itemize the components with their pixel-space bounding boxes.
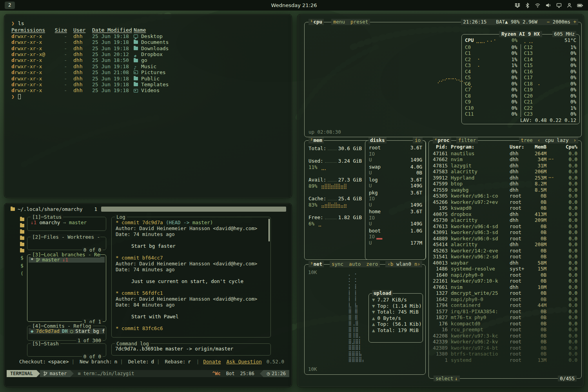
process-row[interactable]: 47661 nvim dhh 10M 0.0 — [433, 284, 577, 290]
btop-window[interactable]: ¹cpu menu preset 21:26:15 BAT▲ 98% 2.96W… — [297, 14, 584, 387]
log-commit-entry[interactable]: * commit bf64cc7 Author: David Heinemeie… — [116, 255, 267, 284]
process-row[interactable]: 47583 alacritty dhh 206M 0.0 — [433, 169, 577, 175]
commit-row[interactable]: ◆ 7dc9d7ad DH ○ Start bg fa — [29, 328, 105, 334]
log-scrollbar[interactable] — [269, 219, 270, 241]
process-row[interactable]: 47662 nvim dhh 34M ⠒⠂ 0.0 — [433, 156, 577, 163]
sync-toggle[interactable]: sync — [332, 261, 343, 267]
branch-segment[interactable]: master — [40, 370, 70, 377]
commits-panel[interactable]: [4]─Commits - Reflog ◆ 7dc9d7ad DH ○ Sta… — [27, 326, 106, 341]
next-interface-button[interactable]: n› — [414, 261, 420, 267]
cpu-box[interactable]: ¹cpu menu preset 21:26:15 BAT▲ 98% 2.96W… — [304, 22, 582, 137]
process-row[interactable]: 39912 Hyprland dhh 253M ⠒⠂ 0.0 — [433, 175, 577, 181]
cpu-box-title[interactable]: ¹cpu — [309, 19, 324, 25]
log-commit-entry[interactable]: * commit 56fdfc1 Author: David Heinemeie… — [116, 290, 267, 319]
buffer-number[interactable]: 1 — [94, 206, 98, 212]
refresh-minus-button[interactable]: − — [547, 19, 550, 25]
preset-button[interactable]: preset — [350, 19, 368, 25]
process-row[interactable]: 1 systemd root 13M 0.0 — [433, 357, 577, 363]
buffer-segment[interactable]: ≡ term:…/bin/lazygit — [74, 370, 138, 377]
clock[interactable]: Wednesday 21:26 — [271, 2, 317, 8]
dropbox-icon[interactable] — [515, 3, 520, 8]
process-row[interactable]: 1794 containerd root 44M 0.0 — [433, 302, 577, 309]
workspace-indicator[interactable]: 2 — [5, 2, 15, 9]
process-row[interactable]: 45305 kworker/u96:1-co root 0B 0.0 — [433, 193, 577, 199]
process-row[interactable]: 22161 kworker/u97:10-k root 0B 0.0 — [433, 278, 577, 284]
proc-box[interactable]: ⁴proc filter tree ‹ cpu lazy › Pid: Prog… — [428, 140, 582, 379]
process-row[interactable]: 1577 irq/81-PIXA3854: root 0B 0.0 — [433, 309, 577, 315]
process-row[interactable]: 45266 kworker/u97:2+ev root 0B 0.0 — [433, 199, 577, 205]
select-hint[interactable]: select↓ — [434, 376, 460, 382]
process-row[interactable]: 40013 waybar dhh 58M 0.0 — [433, 260, 577, 266]
process-row[interactable]: 1486 systemd-resolve syst+ 15M 0.0 — [433, 266, 577, 272]
status-panel[interactable]: [1]─Status ↓1 omarchy → master — [27, 217, 106, 231]
terminal-window[interactable]: ❯ls Permissions Size User Date Modified … — [4, 14, 292, 198]
proc-box-title[interactable]: ⁴proc — [433, 137, 451, 143]
process-row[interactable]: 1327 dmcrypt_write/25 root 0B 0.0 — [433, 290, 577, 296]
log-panel[interactable]: Log * commit 7dc9d7a (HEAD -> master) Au… — [111, 217, 271, 338]
process-row[interactable]: 1640 napi/phy0-0 root 0B 0.0 — [433, 272, 577, 278]
log-commit-entry[interactable]: * commit 7dc9d7a (HEAD -> master) Author… — [116, 220, 267, 249]
terminal-cursor — [18, 94, 21, 99]
process-row[interactable]: 47613 kworker/u96:4-sd root 0B 0.0 — [433, 223, 577, 230]
process-row[interactable]: 1827 mt76-tx phy0 root 0B 0.0 — [433, 314, 577, 321]
process-row[interactable]: 45730 alacritty dhh 209M 0.0 — [433, 217, 577, 223]
prev-interface-button[interactable]: ‹b — [387, 261, 393, 267]
display-icon[interactable] — [556, 3, 562, 8]
process-row[interactable]: 47815 lazygit dhh 31M 0.0 — [433, 163, 577, 169]
process-row[interactable]: 44889 kworker/u96:0-sd root 0B 0.0 — [433, 236, 577, 242]
process-row[interactable]: 45263 kworker/14:2-eve root 0B 0.0 — [433, 248, 577, 254]
zero-toggle[interactable]: zero — [366, 261, 378, 267]
filetree-sidebar[interactable]: $ $ ( — [18, 218, 26, 276]
folder-icon[interactable] — [20, 224, 24, 227]
process-row[interactable]: 47599 btop dhh 8.2M 0.0 — [433, 181, 577, 187]
folder-icon[interactable] — [20, 218, 24, 221]
folder-icon[interactable] — [20, 230, 24, 234]
folder-icon[interactable] — [20, 243, 24, 246]
donate-link[interactable]: Donate — [196, 359, 221, 365]
process-row[interactable]: 47161 nautilus dhh 264M 0.0 — [433, 151, 577, 157]
mem-box[interactable]: ²mem Total:30.6 GiB Used:3.24 GiB 11%⣀⡀ … — [304, 140, 426, 260]
menu-button[interactable]: menu — [333, 19, 345, 25]
folder-icon[interactable] — [20, 249, 24, 252]
volume-icon[interactable] — [546, 3, 551, 8]
branch-row[interactable]: * master ↓1 — [29, 257, 105, 263]
auto-toggle[interactable]: auto — [349, 261, 361, 267]
folder-icon[interactable] — [20, 236, 24, 240]
account-icon[interactable] — [567, 3, 572, 8]
filter-button[interactable]: filter — [458, 137, 476, 143]
process-row[interactable]: 176 kcompactd0 root 0B 0.0 — [433, 321, 577, 327]
bluetooth-icon[interactable] — [525, 3, 530, 8]
disks-box[interactable]: disks io root3.6T IO U149G swap4.0G U0B — [365, 140, 426, 260]
process-row[interactable]: 47559 swaybg dhh 8.5M 0.0 — [433, 187, 577, 193]
wifi-icon[interactable] — [535, 3, 541, 8]
process-row[interactable]: 42208 kworker/u97:3-kc root 0B 0.0 — [433, 333, 577, 339]
process-row[interactable]: 1642 napi/phy0-0 root 0B 0.0 — [433, 296, 577, 303]
command-log-panel[interactable]: Command log 7dc9d7a..b3691be master -> o… — [111, 343, 271, 356]
process-row[interactable]: 16 rcu_preempt root 0B 0.0 — [433, 327, 577, 333]
process-row[interactable]: 45414 alacritty dhh 208M 0.0 — [433, 241, 577, 248]
stash-panel[interactable]: [5]─Stash 0 of 0 — [27, 343, 106, 357]
files-panel[interactable]: [2]─Files - Worktrees - S 0 of 0 — [27, 237, 106, 250]
tree-toggle[interactable]: tree — [521, 137, 533, 143]
net-box-title[interactable]: ³net — [309, 261, 324, 267]
process-row[interactable]: 42339 kworker/u96:2-kv root 0B 0.0 — [433, 339, 577, 345]
net-box[interactable]: ³net sync auto zero ‹b wlan0 n› 10K 10K … — [304, 264, 426, 375]
process-row[interactable]: 1380 btrfs-transactio root 0B 0.0 — [433, 351, 577, 357]
sort-next-button[interactable]: › — [573, 137, 576, 143]
battery-icon[interactable] — [577, 3, 583, 8]
mem-box-title[interactable]: ²mem — [309, 137, 324, 143]
cwd-path[interactable]: ~/.local/share/omarchy — [8, 206, 85, 212]
lazygit-window[interactable]: ~/.local/share/omarchy 1 $ $ ( [1]─Statu… — [4, 203, 292, 387]
process-row[interactable]: 40075 dropbox dhh 413M 0.0 — [433, 211, 577, 218]
disks-io-toggle[interactable]: io — [413, 137, 423, 143]
refresh-plus-button[interactable]: + — [573, 19, 576, 25]
sort-prev-button[interactable]: ‹ — [537, 137, 541, 143]
branches-panel[interactable]: [3]─Local branches - Remo * master ↓1 1 … — [27, 254, 106, 322]
process-row[interactable]: 31541 kworker/u96:2-sd root 0B 0.0 — [433, 254, 577, 260]
process-row[interactable]: 195 kswapd0 root 0B 0.0 — [433, 205, 577, 211]
process-row[interactable]: 42389 kworker/u97:4-bt root 0B 0.0 — [433, 345, 577, 351]
log-commit-entry[interactable]: * commit 83fc6c6 — [116, 325, 267, 331]
folder-icon — [11, 207, 15, 211]
ask-question-link[interactable]: Ask Question — [226, 359, 261, 365]
process-row[interactable]: 43091 kworker/u96:3-sd root 0B 0.0 — [433, 229, 577, 236]
